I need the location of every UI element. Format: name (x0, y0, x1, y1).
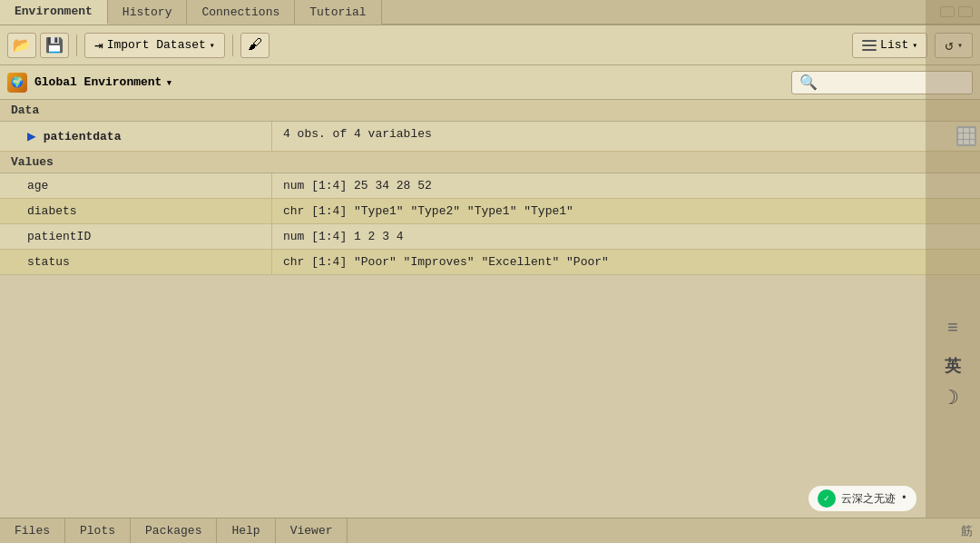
data-item-name-cell: ▶ patientdata (0, 122, 272, 151)
value-row-patientid: patientID num [1:4] 1 2 3 4 (0, 224, 980, 250)
bottom-tab-packages[interactable]: Packages (131, 518, 217, 543)
dropdown-arrow-icon: ▾ (210, 40, 215, 51)
env-dropdown-icon: ▾ (165, 75, 172, 90)
import-icon: ⇥ (94, 36, 103, 54)
wechat-icon: ✓ (818, 489, 836, 508)
play-icon[interactable]: ▶ (27, 127, 36, 145)
lines-icon: ≡ (947, 318, 958, 339)
value-name-patientid: patientID (0, 224, 272, 249)
moon-icon: ☽ (946, 386, 958, 410)
tab-history[interactable]: History (108, 0, 188, 25)
value-name-diabets: diabets (0, 199, 272, 223)
data-item-row[interactable]: ▶ patientdata 4 obs. of 4 variables (0, 122, 980, 152)
environment-row: 🌍 Global Environment ▾ 🔍 (0, 65, 980, 100)
content-area: Data ▶ patientdata 4 obs. of 4 variables… (0, 100, 980, 275)
list-arrow-icon: ▾ (912, 40, 917, 51)
value-data-diabets: chr [1:4] "Type1" "Type2" "Type1" "Type1… (272, 199, 980, 223)
list-icon (862, 40, 877, 51)
value-data-patientid: num [1:4] 1 2 3 4 (272, 224, 980, 249)
right-panel: ≡ 英 ☽ (926, 0, 980, 543)
values-section-header: Values (0, 152, 980, 173)
watermark: ✓ 云深之无迹 • (808, 486, 916, 511)
list-button[interactable]: List ▾ (852, 33, 927, 58)
value-row-diabets: diabets chr [1:4] "Type1" "Type2" "Type1… (0, 199, 980, 224)
bottom-tab-help[interactable]: Help (217, 518, 275, 543)
environment-icon: 🌍 (7, 73, 27, 93)
brush-button[interactable]: 🖌 (240, 33, 270, 58)
bottom-tab-bar: Files Plots Packages Help Viewer 筋 (0, 518, 980, 543)
environment-selector[interactable]: Global Environment ▾ (34, 75, 172, 90)
toolbar: 📂 💾 ⇥ Import Dataset ▾ 🖌 List ▾ ↺ ▾ (0, 25, 980, 65)
bottom-tab-files[interactable]: Files (0, 518, 65, 543)
open-button[interactable]: 📂 (7, 33, 36, 58)
tab-bar: Environment History Connections Tutorial (0, 0, 980, 25)
value-row-status: status chr [1:4] "Poor" "Improves" "Exce… (0, 250, 980, 275)
value-data-age: num [1:4] 25 34 28 52 (272, 173, 980, 198)
bottom-right-label: 筋 (954, 518, 980, 543)
bottom-tab-viewer[interactable]: Viewer (276, 518, 348, 543)
search-icon: 🔍 (799, 74, 818, 92)
tab-connections[interactable]: Connections (187, 0, 295, 25)
separator-2 (232, 35, 233, 56)
import-dataset-button[interactable]: ⇥ Import Dataset ▾ (84, 33, 225, 58)
bottom-tab-plots[interactable]: Plots (65, 518, 131, 543)
tab-environment[interactable]: Environment (0, 0, 108, 25)
save-button[interactable]: 💾 (40, 33, 69, 58)
data-item-value-cell: 4 obs. of 4 variables (272, 122, 953, 151)
data-section-header: Data (0, 100, 980, 122)
value-name-status: status (0, 250, 272, 274)
lang-label: 英 (945, 355, 961, 377)
value-name-age: age (0, 173, 272, 198)
separator-1 (76, 35, 77, 56)
tab-tutorial[interactable]: Tutorial (295, 0, 381, 25)
value-row-age: age num [1:4] 25 34 28 52 (0, 173, 980, 199)
value-data-status: chr [1:4] "Poor" "Improves" "Excellent" … (272, 250, 980, 274)
